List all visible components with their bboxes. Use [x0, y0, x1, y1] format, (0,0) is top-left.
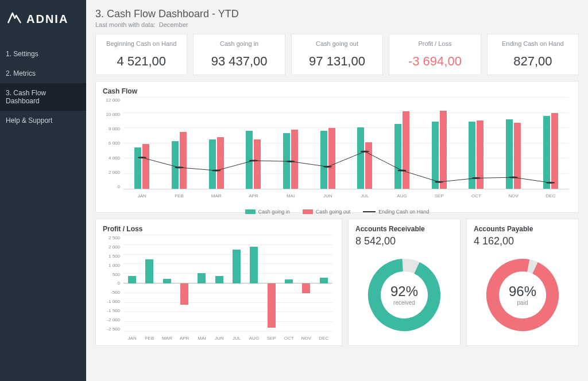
- kpi-value: -3 694,00: [392, 54, 478, 69]
- kpi-label: Cash going in: [196, 40, 282, 47]
- bottom-row: Profit / Loss 2 5002 0001 5001 0005000-5…: [95, 219, 579, 346]
- kpi-label: Ending Cash on Hand: [490, 40, 576, 47]
- svg-point-6: [361, 150, 370, 152]
- bar-profit-loss: [250, 247, 258, 283]
- kpi-card: Beginning Cash on Hand4 521,00: [95, 34, 187, 75]
- kpi-value: 93 437,00: [196, 54, 282, 69]
- bar-profit-loss: [198, 273, 206, 283]
- legend-cash-out: Cash going out: [303, 209, 351, 215]
- ap-donut: 96% paid: [474, 250, 571, 340]
- bar-profit-loss: [302, 283, 310, 293]
- legend-cash-in: Cash going in: [245, 209, 290, 215]
- ap-center: 96% paid: [509, 283, 536, 306]
- bar-profit-loss: [233, 250, 241, 283]
- bar-profit-loss: [215, 276, 223, 283]
- cash-flow-legend: Cash going in Cash going out Ending Cash…: [96, 209, 578, 215]
- page-title: 3. Cash Flow Dashboard - YTD: [95, 8, 579, 20]
- profit-loss-title: Profit / Loss: [103, 225, 335, 233]
- svg-point-0: [138, 157, 147, 158]
- svg-point-9: [472, 177, 481, 179]
- svg-point-3: [249, 160, 258, 161]
- profit-loss-panel: Profit / Loss 2 5002 0001 5001 0005000-5…: [95, 219, 342, 346]
- sidebar: ADNIA 1. Settings2. Metrics3. Cash Flow …: [0, 0, 86, 381]
- cash-flow-title: Cash Flow: [103, 87, 571, 95]
- kpi-value: 4 521,00: [98, 54, 184, 69]
- kpi-card: Cash going out97 131,00: [291, 34, 383, 75]
- svg-point-4: [286, 161, 295, 162]
- bar-profit-loss: [268, 283, 276, 328]
- kpi-row: Beginning Cash on Hand4 521,00Cash going…: [95, 34, 579, 75]
- brand-logo: ADNIA: [0, 10, 86, 44]
- nav-item[interactable]: Help & Support: [0, 111, 86, 130]
- kpi-value: 827,00: [490, 54, 576, 69]
- bar-profit-loss: [285, 279, 293, 283]
- bar-profit-loss: [180, 283, 188, 305]
- svg-point-5: [323, 166, 332, 168]
- ar-donut: 92% received: [355, 250, 453, 340]
- svg-point-1: [175, 166, 184, 168]
- kpi-card: Profit / Loss-3 694,00: [389, 34, 481, 75]
- ap-total: 4 162,00: [474, 235, 571, 247]
- main-content: 3. Cash Flow Dashboard - YTD Last month …: [86, 0, 588, 381]
- logo-icon: [7, 10, 22, 28]
- nav-item[interactable]: 1. Settings: [0, 44, 86, 64]
- bar-profit-loss: [128, 276, 136, 283]
- page-subtitle: Last month with data: December: [95, 21, 579, 28]
- cash-flow-chart: 12 00010 0008 0006 0004 0002 0000JANFEBM…: [103, 98, 571, 200]
- accounts-payable-panel: Accounts Payable 4 162,00 96% paid: [466, 219, 579, 346]
- swatch-icon: [303, 209, 313, 214]
- svg-point-8: [435, 181, 444, 182]
- svg-point-10: [509, 177, 518, 178]
- cash-flow-panel: Cash Flow 12 00010 0008 0006 0004 0002 0…: [95, 81, 579, 213]
- kpi-value: 97 131,00: [294, 54, 380, 69]
- kpi-card: Cash going in93 437,00: [193, 34, 285, 75]
- swatch-icon: [245, 209, 256, 214]
- svg-point-11: [546, 182, 555, 184]
- ar-center: 92% received: [390, 283, 418, 306]
- bar-profit-loss: [320, 278, 328, 283]
- ar-total: 8 542,00: [355, 235, 453, 247]
- kpi-label: Profit / Loss: [392, 40, 478, 47]
- svg-point-2: [212, 170, 221, 172]
- kpi-label: Beginning Cash on Hand: [98, 40, 184, 47]
- swatch-icon: [363, 211, 376, 212]
- kpi-card: Ending Cash on Hand827,00: [487, 34, 579, 75]
- nav-item[interactable]: 3. Cash Flow Dashboard: [0, 83, 86, 111]
- accounts-receivable-panel: Accounts Receivable 8 542,00 92% receive…: [348, 219, 461, 346]
- nav-item[interactable]: 2. Metrics: [0, 64, 86, 83]
- nav-list: 1. Settings2. Metrics3. Cash Flow Dashbo…: [0, 44, 86, 130]
- bar-profit-loss: [163, 279, 171, 283]
- ar-title: Accounts Receivable: [355, 225, 453, 233]
- legend-ending-cash: Ending Cash on Hand: [363, 209, 429, 215]
- kpi-label: Cash going out: [294, 40, 380, 47]
- bar-profit-loss: [145, 259, 153, 283]
- ap-title: Accounts Payable: [474, 225, 571, 233]
- profit-loss-chart: 2 5002 0001 5001 0005000-500-1 000-1 500…: [103, 235, 335, 342]
- brand-name: ADNIA: [26, 13, 68, 26]
- svg-point-7: [397, 170, 407, 172]
